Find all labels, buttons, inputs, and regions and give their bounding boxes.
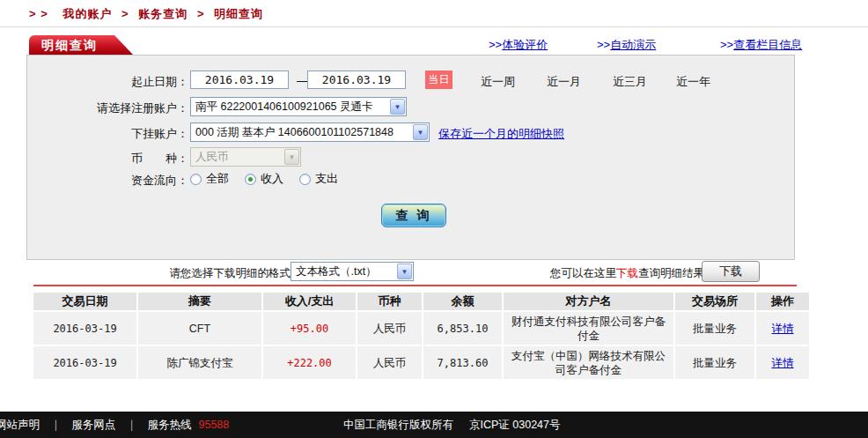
cell-date: 2016-03-19 [33, 312, 136, 345]
col-header-venue: 交易场所 [675, 293, 754, 310]
date-to-input[interactable] [307, 71, 406, 89]
detail-query-page: > > 我的账户 > 账务查询 > 明细查询 明细查询 >>体验评价 >>自动演… [0, 0, 868, 438]
cell-amount: +222.00 [263, 346, 356, 379]
column-info-link[interactable]: >>查看栏目信息 [720, 37, 802, 53]
copyright-text: 中国工商银行版权所有 [343, 412, 453, 438]
radio-expense[interactable] [299, 174, 311, 185]
sub-account-value: 000 活期 基本户 1406600101102571848 [191, 125, 412, 140]
service-outlets-link[interactable]: 服务网点 [71, 412, 115, 438]
radio-expense-label[interactable]: 支出 [315, 171, 338, 187]
registered-account-label: 请选择注册账户： [27, 100, 188, 116]
range-year-link[interactable]: 近一年 [676, 74, 710, 90]
col-header-date: 交易日期 [33, 293, 136, 310]
breadcrumb-account-query[interactable]: 账务查询 [138, 7, 188, 20]
hotline-label: 服务热线 [148, 412, 192, 438]
cell-summary: 陈广锦支付宝 [138, 346, 261, 379]
hotline-number: 95588 [199, 412, 230, 438]
cell-currency: 人民币 [357, 346, 422, 379]
experience-review-link[interactable]: >>体验评价 [489, 37, 548, 53]
radio-income[interactable] [245, 174, 256, 185]
breadcrumb-my-account[interactable]: 我的账户 [63, 7, 112, 20]
footer-copyright: 中国工商银行版权所有 京ICP证 030247号 [343, 412, 561, 438]
col-header-balance: 余额 [423, 293, 502, 310]
icp-number: 京ICP证 030247号 [469, 412, 561, 438]
range-month-link[interactable]: 近一月 [547, 74, 581, 90]
detail-link[interactable]: 详情 [772, 356, 794, 370]
site-statement-link[interactable]: 网站声明 [0, 412, 40, 438]
link-prefix: >> [597, 38, 610, 51]
cell-amount: +95.00 [263, 312, 356, 345]
download-format-select[interactable]: 文本格式（.txt） ▼ [291, 262, 414, 281]
table-top-divider [33, 285, 797, 286]
header-divider [0, 26, 868, 27]
col-header-counterparty: 对方户名 [504, 293, 673, 310]
cell-counterparty: 支付宝（中国）网络技术有限公司客户备付金 [504, 346, 673, 379]
breadcrumb: > > 我的账户 > 账务查询 > 明细查询 [29, 6, 263, 22]
footer-links: 网站声明 ｜ 服务网点 ｜ 服务热线 95588 [0, 412, 229, 438]
registered-account-value: 南平 6222001406100921065 灵通卡 [191, 100, 389, 115]
download-format-value: 文本格式（.txt） [291, 264, 396, 279]
date-range-label: 起止日期： [27, 74, 188, 90]
chevron-down-icon[interactable]: ▼ [397, 264, 412, 279]
cell-currency: 人民币 [357, 312, 422, 345]
breadcrumb-sep: > [121, 7, 129, 20]
download-hint-before: 您可以在这里 [550, 267, 616, 279]
currency-value: 人民币 [191, 150, 283, 165]
breadcrumb-prefix: > > [29, 7, 48, 20]
date-from-input[interactable] [190, 71, 289, 89]
footer: 网站声明 ｜ 服务网点 ｜ 服务热线 95588 中国工商银行版权所有 京ICP… [0, 412, 868, 438]
link-prefix: >> [720, 38, 733, 51]
radio-all-label[interactable]: 全部 [206, 171, 229, 187]
cell-action: 详情 [756, 346, 809, 379]
col-header-summary: 摘要 [138, 293, 261, 310]
currency-select: 人民币 ▼ [190, 147, 301, 167]
range-week-link[interactable]: 近一周 [481, 74, 515, 90]
cell-date: 2016-03-19 [33, 346, 136, 379]
range-today-button[interactable]: 当日 [425, 71, 452, 89]
fund-flow-radio-group: 全部 收入 支出 [190, 171, 354, 187]
cell-counterparty: 财付通支付科技有限公司客户备付金 [504, 312, 673, 345]
query-button[interactable]: 查 询 [381, 204, 446, 227]
chevron-down-icon: ▼ [284, 149, 299, 165]
cell-summary: CFT [138, 312, 261, 345]
link-prefix: >> [489, 38, 502, 51]
chevron-down-icon[interactable]: ▼ [390, 99, 405, 115]
sub-account-select[interactable]: 000 活期 基本户 1406600101102571848 ▼ [190, 122, 430, 142]
query-form-panel: 起止日期： — 当日 近一周 近一月 近三月 近一年 请选择注册账户： 南平 6… [26, 55, 795, 260]
fund-flow-label: 资金流向： [27, 173, 188, 189]
col-header-action: 操作 [756, 293, 809, 310]
radio-income-label[interactable]: 收入 [261, 171, 283, 187]
sub-account-label: 下挂账户： [27, 126, 188, 142]
footer-separator: ｜ [50, 412, 61, 438]
registered-account-select[interactable]: 南平 6222001406100921065 灵通卡 ▼ [190, 97, 407, 116]
download-button[interactable]: 下载 [702, 261, 760, 282]
breadcrumb-detail-query[interactable]: 明细查询 [214, 7, 263, 20]
download-hint-after: 查询明细结果 [638, 267, 704, 279]
transactions-table: 交易日期 摘要 收入/支出 币种 余额 对方户名 交易场所 操作 2016-03… [33, 293, 797, 379]
cell-venue: 批量业务 [675, 312, 754, 345]
tab-title: 明细查询 [41, 38, 98, 52]
col-header-amount: 收入/支出 [263, 293, 356, 310]
auto-demo-link[interactable]: >>自动演示 [597, 37, 656, 53]
detail-link[interactable]: 详情 [772, 322, 794, 336]
tab-detail-query[interactable]: 明细查询 [29, 35, 133, 55]
footer-separator: ｜ [126, 412, 136, 438]
download-hint: 您可以在这里下载查询明细结果 [550, 266, 704, 281]
download-hint-link[interactable]: 下载 [616, 267, 638, 279]
cell-action: 详情 [756, 312, 809, 345]
cell-venue: 批量业务 [675, 346, 754, 379]
range-quarter-link[interactable]: 近三月 [613, 74, 647, 90]
radio-all[interactable] [190, 174, 202, 185]
cell-balance: 6,853.10 [423, 312, 502, 345]
download-format-label: 请您选择下载明细的格式 [114, 266, 291, 281]
chevron-down-icon[interactable]: ▼ [413, 124, 428, 140]
save-snapshot-link[interactable]: 保存近一个月的明细快照 [438, 126, 564, 142]
breadcrumb-sep: > [197, 7, 205, 20]
cell-balance: 7,813.60 [423, 346, 502, 379]
col-header-currency: 币种 [357, 293, 422, 310]
currency-label: 币 种： [27, 151, 188, 167]
